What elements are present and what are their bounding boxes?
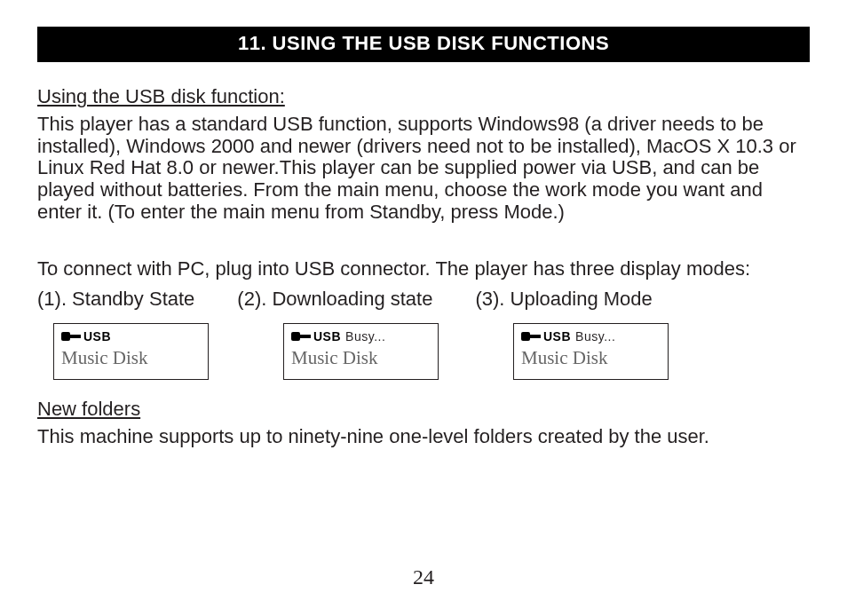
folders-body: This machine supports up to ninety-nine … (37, 426, 810, 448)
usb-icon (521, 331, 541, 342)
manual-page: 11. USING THE USB DISK FUNCTIONS Using t… (0, 0, 847, 616)
display-downloading: USB Busy... Music Disk (283, 323, 439, 380)
section-title: 11. USING THE USB DISK FUNCTIONS (238, 32, 609, 54)
usb-icon (291, 331, 311, 342)
display-standby-top: USB (61, 329, 201, 344)
mode-3: (3). Uploading Mode (475, 288, 652, 311)
usb-connect: To connect with PC, plug into USB connec… (37, 258, 810, 280)
display-uploading-top: USB Busy... (521, 329, 661, 344)
usb-body: This player has a standard USB function,… (37, 114, 810, 223)
display-uploading-bottom: Music Disk (521, 347, 661, 369)
page-number: 24 (0, 565, 847, 589)
display-uploading-busy: Busy... (575, 329, 615, 344)
usb-icon (61, 331, 81, 342)
folders-heading: New folders (37, 398, 810, 421)
display-uploading: USB Busy... Music Disk (513, 323, 669, 380)
modes-row: (1). Standby State (2). Downloading stat… (37, 288, 810, 311)
display-downloading-top: USB Busy... (291, 329, 431, 344)
display-standby-usb: USB (83, 329, 111, 344)
section-title-bar: 11. USING THE USB DISK FUNCTIONS (37, 27, 810, 62)
mode-2: (2). Downloading state (237, 288, 432, 311)
display-downloading-bottom: Music Disk (291, 347, 431, 369)
mode-1: (1). Standby State (37, 288, 194, 311)
usb-heading: Using the USB disk function: (37, 85, 810, 108)
display-standby-bottom: Music Disk (61, 347, 201, 369)
display-downloading-busy: Busy... (345, 329, 385, 344)
display-uploading-usb: USB (543, 329, 571, 344)
display-downloading-usb: USB (313, 329, 341, 344)
display-row: USB Music Disk USB Busy... Music Disk US… (53, 323, 810, 380)
display-standby: USB Music Disk (53, 323, 209, 380)
